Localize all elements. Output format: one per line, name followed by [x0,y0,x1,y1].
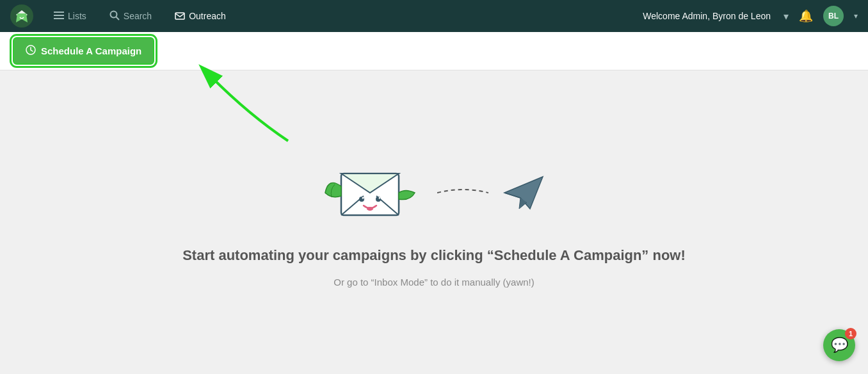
svg-point-11 [362,197,364,199]
navbar: Lists Search Outreach Welcome Admin, [0,0,868,32]
avatar[interactable]: BL [823,6,844,26]
svg-rect-1 [54,15,64,16]
svg-rect-5 [175,13,184,19]
svg-line-4 [116,17,119,20]
main-heading: Start automating your campaigns by click… [182,247,686,264]
paper-plane-svg [501,174,546,212]
chat-widget[interactable]: 💬 1 [823,329,855,361]
nav-search[interactable]: Search [104,8,157,25]
toolbar: Schedule A Campaign [0,32,868,70]
notification-bell-icon[interactable]: 🔔 [799,9,813,23]
chat-icon: 💬 [831,337,848,354]
svg-rect-2 [54,18,64,19]
dropdown-arrow-icon[interactable]: ▾ [784,10,789,22]
svg-point-12 [379,197,381,199]
nav-outreach[interactable]: Outreach [170,8,231,25]
svg-rect-0 [54,12,64,13]
user-menu-chevron-icon[interactable]: ▾ [854,12,858,20]
nav-search-label: Search [124,11,152,21]
illustration [322,158,546,228]
nav-lists-label: Lists [68,11,86,21]
nav-welcome-text: Welcome Admin, Byron de Leon [643,11,771,21]
svg-point-3 [110,11,117,17]
main-subtext: Or go to “Inbox Mode” to do it manually … [334,277,534,288]
chat-badge: 1 [845,328,856,339]
envelope-mascot-svg [322,158,424,228]
campaign-icon [26,45,36,57]
main-content: Start automating your campaigns by click… [0,70,868,374]
dashed-path-svg [437,186,488,199]
logo[interactable] [10,4,33,28]
nav-items: Lists Search Outreach [49,8,627,25]
schedule-campaign-button[interactable]: Schedule A Campaign [13,37,154,65]
list-icon [54,10,64,22]
outreach-icon [175,10,185,22]
nav-right: Welcome Admin, Byron de Leon ▾ 🔔 BL ▾ [643,6,858,26]
search-icon [109,10,120,22]
nav-outreach-label: Outreach [189,11,226,21]
svg-point-13 [367,207,373,211]
nav-lists[interactable]: Lists [49,8,92,25]
